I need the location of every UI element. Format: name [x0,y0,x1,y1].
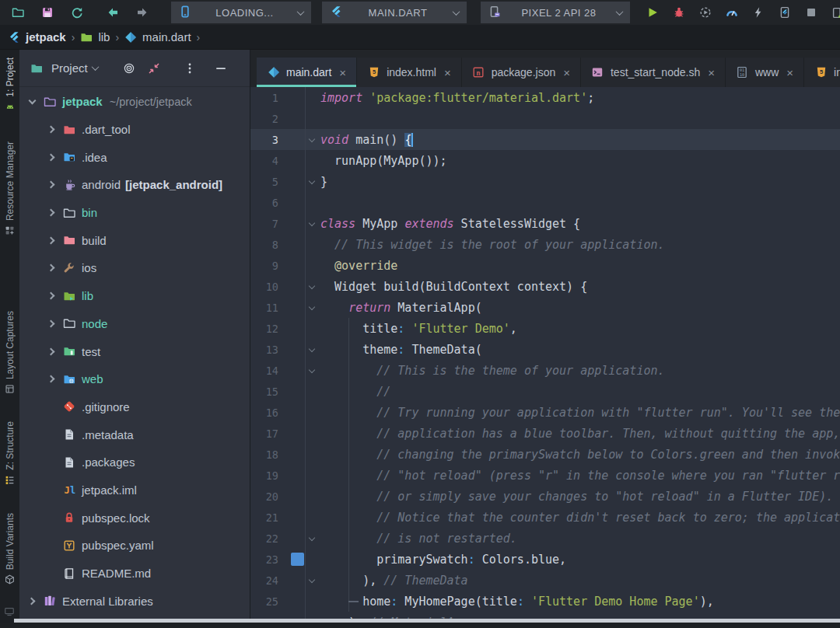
chevron-right-icon[interactable] [45,179,58,191]
code-line-3[interactable]: 3void main() { [250,129,840,150]
code-line-2[interactable]: 2 [250,108,840,129]
code-line-15[interactable]: 15 // [250,381,840,402]
fold-marker-icon[interactable] [309,345,315,351]
run-button[interactable] [642,2,663,23]
collapse-all-button[interactable] [145,59,163,78]
code-line-4[interactable]: 4 runApp(MyApp()); [250,150,840,171]
tab-main-dart[interactable]: main.dart [257,58,357,87]
tab-index-html[interactable]: 5index.html [357,58,462,87]
breadcrumb-item-jetpack[interactable]: jetpack [26,30,66,44]
run-config-selector[interactable]: MAIN.DART [322,2,467,23]
tree-item-test[interactable]: test [19,337,250,365]
code-line-14[interactable]: 14 // This is the theme of your applicat… [250,360,840,381]
code-line-8[interactable]: 8 // This widget is the root of your app… [250,234,840,255]
sync-button[interactable] [67,2,87,23]
fold-marker-icon[interactable] [309,177,315,183]
locate-button[interactable] [120,59,138,78]
tree-item-idea[interactable]: .idea [19,143,250,171]
chevron-down-icon[interactable] [91,63,99,71]
fold-marker-icon[interactable] [309,303,315,309]
chevron-right-icon[interactable] [45,290,58,302]
tool-strip-item-z-structure[interactable]: Z: Structure [0,421,19,485]
device-manager-button[interactable] [828,2,840,23]
tool-window-corner-icon[interactable] [4,606,15,620]
fold-marker-icon[interactable] [309,534,315,540]
tool-strip-item-build-variants[interactable]: Build Variants [0,513,19,584]
tool-strip-item-resource-manager[interactable]: Resource Manager [0,141,19,236]
tab-close-icon[interactable] [444,67,451,78]
stop-button[interactable] [801,2,821,23]
chevron-right-icon[interactable] [45,151,58,163]
tree-item-gitignore[interactable]: .gitignore [19,393,250,421]
chevron-right-icon[interactable] [45,124,58,136]
chevron-down-icon[interactable] [26,96,39,108]
tree-item-jetpack-iml[interactable]: Jljetpack.iml [19,476,250,504]
code-line-23[interactable]: 23 primarySwatch: Colors.blue, [250,549,840,570]
code-line-6[interactable]: 6 [250,192,840,213]
code-line-5[interactable]: 5} [250,171,840,192]
breadcrumb-item-main-dart[interactable]: main.dart [142,30,191,44]
code-line-21[interactable]: 21 // Notice that the counter didn't res… [250,507,840,528]
tree-item-jetpack[interactable]: jetpack~/project/jetpack [19,88,250,116]
apply-changes-button[interactable] [748,2,768,23]
tab-close-icon[interactable] [786,67,793,78]
tree-item-metadata[interactable]: .metadata [19,420,250,448]
code-line-18[interactable]: 18 // changing the primarySwatch below t… [250,444,840,465]
tool-strip-item-layout-captures[interactable]: Layout Captures [0,311,19,394]
tool-strip-item-1-project[interactable]: 1: Project [0,58,19,113]
debug-button[interactable] [669,2,689,23]
tree-item-dart-tool[interactable]: .dart_tool [19,116,250,144]
chevron-right-icon[interactable] [26,595,39,607]
code-line-20[interactable]: 20 // or simply save your changes to "ho… [250,486,840,507]
tree-item-node[interactable]: node [19,310,250,338]
fold-marker-icon[interactable] [309,135,315,141]
code-line-9[interactable]: 9 @override [250,255,840,276]
chevron-right-icon[interactable] [45,262,58,274]
fold-marker-icon[interactable] [309,282,315,288]
breadcrumb-item-lib[interactable]: lib [98,30,110,44]
color-preview-swatch[interactable] [291,553,304,566]
code-line-22[interactable]: 22 // is not restarted. [250,528,840,549]
tree-item-ios[interactable]: ios [19,254,250,282]
tab-inde[interactable]: 5inde [804,58,840,87]
tree-item-build[interactable]: build [19,226,250,254]
open-folder-button[interactable] [8,2,28,23]
code-editor[interactable]: 1import 'package:flutter/material.dart';… [250,87,840,628]
chevron-right-icon[interactable] [45,234,58,246]
profiler-button[interactable] [722,2,742,23]
chevron-right-icon[interactable] [45,317,58,330]
fold-marker-icon[interactable] [309,366,315,372]
tab-www[interactable]: 0110www [726,58,804,87]
code-line-19[interactable]: 19 // "hot reload" (press "r" in the con… [250,465,840,486]
code-line-17[interactable]: 17 // application has a blue toolbar. Th… [250,423,840,444]
flutter-attach-button[interactable] [775,2,795,23]
fold-marker-icon[interactable] [309,576,315,582]
code-line-24[interactable]: 24 ), // ThemeData [250,570,840,591]
tab-close-icon[interactable] [708,67,715,78]
tab-test-start-node-sh[interactable]: test_start_node.sh [581,58,726,87]
tree-item-android[interactable]: android[jetpack_android] [19,171,250,199]
tree-item-lib[interactable]: lib [19,282,250,310]
run-coverage-button[interactable] [695,2,716,23]
code-line-12[interactable]: 12 title: 'Flutter Demo', [250,318,840,339]
tab-close-icon[interactable] [339,67,346,78]
fold-marker-icon[interactable] [309,219,315,225]
tab-package-json[interactable]: npackage.json [462,58,581,87]
tree-item-readme-md[interactable]: README.md [19,560,250,588]
hide-panel-button[interactable] [212,59,230,78]
code-line-25[interactable]: 25 home: MyHomePage(title: 'Flutter Demo… [250,591,840,612]
code-line-13[interactable]: 13 theme: ThemeData( [250,339,840,360]
code-line-16[interactable]: 16 // Try running your application with … [250,402,840,423]
more-options-button[interactable] [180,59,199,78]
code-line-7[interactable]: 7class MyApp extends StatelessWidget { [250,213,840,234]
tree-item-pubspec-yaml[interactable]: pubspec.yaml [19,532,250,560]
avd-selector[interactable]: PIXEL 2 API 28 [481,2,630,23]
tree-item-bin[interactable]: bin [19,199,250,227]
chevron-right-icon[interactable] [45,373,58,386]
tree-item-web[interactable]: web [19,365,250,393]
code-line-1[interactable]: 1import 'package:flutter/material.dart'; [250,87,840,108]
device-selector[interactable]: LOADING... [171,2,311,23]
code-line-11[interactable]: 11 return MaterialApp( [250,297,840,318]
tree-item-pubspec-lock[interactable]: pubspec.lock [19,504,250,532]
chevron-right-icon[interactable] [45,207,58,219]
